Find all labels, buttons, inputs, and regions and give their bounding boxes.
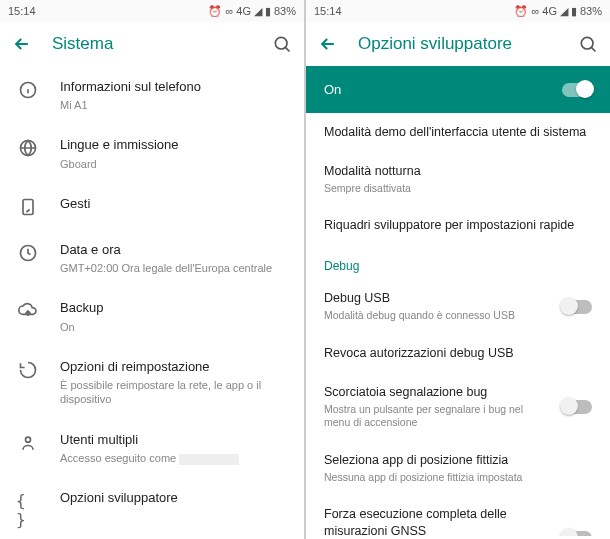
option-item[interactable]: Forza esecuzione completa delle misurazi… [306, 495, 610, 536]
status-bar: 15:14 ⏰ ∞ 4G ◢ ▮ 83% [306, 0, 610, 22]
back-button[interactable] [318, 34, 338, 54]
option-item[interactable]: Scorciatoia segnalazione bugMostra un pu… [306, 373, 610, 441]
item-subtitle: On [60, 320, 288, 334]
info-icon [16, 78, 40, 100]
item-subtitle: Mi A1 [60, 98, 288, 112]
option-title: Revoca autorizzazioni debug USB [324, 345, 592, 362]
page-title: Sistema [52, 34, 252, 54]
battery-text: 83% [580, 5, 602, 17]
option-title: Scorciatoia segnalazione bug [324, 384, 550, 401]
status-bar: 15:14 ⏰ ∞ 4G ◢ ▮ 83% [0, 0, 304, 22]
screen-developer-options: 15:14 ⏰ ∞ 4G ◢ ▮ 83% Opzioni sviluppator… [306, 0, 610, 539]
option-item[interactable]: Debug USBModalità debug quando è conness… [306, 279, 610, 334]
item-subtitle: Accesso eseguito come [60, 451, 288, 465]
toggle-switch[interactable] [562, 300, 592, 314]
option-title: Modalità demo dell'interfaccia utente di… [324, 124, 592, 141]
status-right: ⏰ ∞ 4G ◢ ▮ 83% [514, 5, 602, 18]
settings-item[interactable]: Opzioni di reimpostazioneÈ possibile rei… [0, 346, 304, 419]
settings-item[interactable]: Utenti multipliAccesso eseguito come [0, 419, 304, 477]
back-button[interactable] [12, 34, 32, 54]
option-subtitle: Modalità debug quando è connesso USB [324, 309, 550, 323]
master-toggle-row[interactable]: On [306, 66, 610, 113]
status-time: 15:14 [314, 5, 514, 17]
network-text: 4G [542, 5, 557, 17]
svg-point-7 [581, 37, 593, 49]
screen-system: 15:14 ⏰ ∞ 4G ◢ ▮ 83% Sistema Informazion… [0, 0, 304, 539]
volte-icon: ∞ [225, 5, 233, 17]
users-icon [16, 431, 40, 453]
svg-point-0 [275, 37, 287, 49]
battery-text: 83% [274, 5, 296, 17]
option-item[interactable]: Revoca autorizzazioni debug USB [306, 334, 610, 373]
battery-icon: ▮ [571, 5, 577, 18]
app-bar: Opzioni sviluppatore [306, 22, 610, 66]
braces-icon: { } [16, 489, 40, 529]
settings-item[interactable]: Data e oraGMT+02:00 Ora legale dell'Euro… [0, 229, 304, 287]
signal-icon: ◢ [560, 5, 568, 18]
signal-icon: ◢ [254, 5, 262, 18]
item-subtitle: È possibile reimpostare la rete, le app … [60, 378, 288, 407]
item-title: Gesti [60, 195, 288, 213]
option-title: Riquadri sviluppatore per impostazioni r… [324, 217, 592, 234]
alarm-icon: ⏰ [208, 5, 222, 18]
option-title: Debug USB [324, 290, 550, 307]
item-title: Opzioni di reimpostazione [60, 358, 288, 376]
gestures-icon [16, 195, 40, 217]
toggle-switch[interactable] [562, 531, 592, 536]
reset-icon [16, 358, 40, 380]
option-item[interactable]: Seleziona app di posizione fittiziaNessu… [306, 441, 610, 496]
option-subtitle: Nessuna app di posizione fittizia impost… [324, 471, 592, 485]
settings-item[interactable]: BackupOn [0, 287, 304, 345]
app-bar: Sistema [0, 22, 304, 66]
settings-item[interactable]: Gesti [0, 183, 304, 229]
settings-item[interactable]: { }Opzioni sviluppatore [0, 477, 304, 539]
option-subtitle: Sempre disattivata [324, 182, 592, 196]
svg-point-5 [26, 437, 31, 442]
search-button[interactable] [578, 34, 598, 54]
master-toggle-label: On [324, 82, 562, 97]
item-title: Opzioni sviluppatore [60, 489, 288, 507]
backup-icon [16, 299, 40, 321]
section-header-debug: Debug [306, 245, 610, 279]
item-title: Lingue e immissione [60, 136, 288, 154]
option-title: Modalità notturna [324, 163, 592, 180]
network-text: 4G [236, 5, 251, 17]
item-title: Data e ora [60, 241, 288, 259]
redacted-text [179, 454, 239, 465]
battery-icon: ▮ [265, 5, 271, 18]
item-title: Backup [60, 299, 288, 317]
settings-item[interactable]: Informazioni sul telefonoMi A1 [0, 66, 304, 124]
master-toggle-switch[interactable] [562, 83, 592, 97]
option-item[interactable]: Modalità demo dell'interfaccia utente di… [306, 113, 610, 152]
page-title: Opzioni sviluppatore [358, 34, 558, 54]
option-subtitle: Mostra un pulsante per segnalare i bug n… [324, 403, 550, 430]
item-title: Utenti multipli [60, 431, 288, 449]
item-subtitle: GMT+02:00 Ora legale dell'Europa central… [60, 261, 288, 275]
option-item[interactable]: Riquadri sviluppatore per impostazioni r… [306, 206, 610, 245]
option-title: Forza esecuzione completa delle misurazi… [324, 506, 550, 536]
settings-item[interactable]: Lingue e immissioneGboard [0, 124, 304, 182]
option-title: Seleziona app di posizione fittizia [324, 452, 592, 469]
status-right: ⏰ ∞ 4G ◢ ▮ 83% [208, 5, 296, 18]
volte-icon: ∞ [531, 5, 539, 17]
item-title: Informazioni sul telefono [60, 78, 288, 96]
search-button[interactable] [272, 34, 292, 54]
settings-list: Informazioni sul telefonoMi A1Lingue e i… [0, 66, 304, 539]
toggle-switch[interactable] [562, 400, 592, 414]
item-subtitle: Gboard [60, 157, 288, 171]
option-item[interactable]: Modalità notturnaSempre disattivata [306, 152, 610, 207]
svg-rect-3 [23, 199, 33, 214]
status-time: 15:14 [8, 5, 208, 17]
alarm-icon: ⏰ [514, 5, 528, 18]
globe-icon [16, 136, 40, 158]
developer-options-list: Modalità demo dell'interfaccia utente di… [306, 113, 610, 536]
clock-icon [16, 241, 40, 263]
